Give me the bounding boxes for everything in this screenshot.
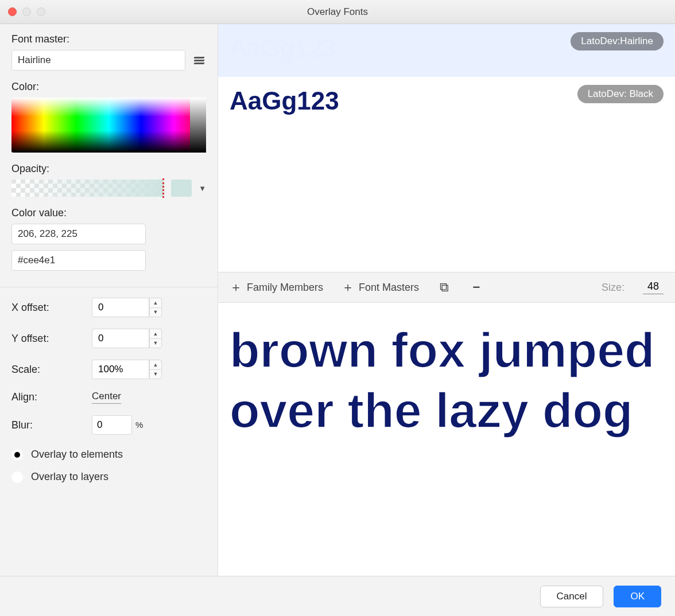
preview-list: AaGg123 LatoDev:Hairline AaGg123 LatoDev… [218, 24, 675, 272]
scale-down[interactable]: ▼ [149, 369, 162, 380]
x-offset-input[interactable] [92, 298, 149, 317]
radio-dot-icon [11, 471, 23, 483]
y-offset-down[interactable]: ▼ [149, 338, 162, 349]
rgb-input[interactable] [11, 224, 146, 244]
radio-overlay-layers[interactable]: Overlay to layers [11, 471, 206, 483]
opacity-label: Opacity: [11, 163, 206, 175]
x-offset-down[interactable]: ▼ [149, 307, 162, 318]
canvas: brown fox jumped over the lazy dog [218, 303, 675, 576]
blur-label: Blur: [11, 419, 92, 431]
plus-icon: ＋ [342, 279, 354, 296]
y-offset-stepper[interactable]: ▲▼ [92, 329, 206, 348]
y-offset-input[interactable] [92, 329, 149, 348]
y-offset-up[interactable]: ▲ [149, 329, 162, 338]
align-select[interactable]: Center [92, 391, 121, 404]
y-offset-label: Y offset: [11, 333, 92, 345]
cancel-button[interactable]: Cancel [540, 586, 604, 607]
minus-icon[interactable]: − [470, 280, 483, 295]
ok-button[interactable]: OK [614, 586, 661, 607]
radio-layers-label: Overlay to layers [31, 471, 108, 483]
font-master-label: Font master: [11, 33, 206, 45]
preview-row[interactable]: AaGg123 LatoDev:Hairline [218, 24, 675, 77]
zoom-window-button[interactable] [37, 7, 45, 16]
color-swatch[interactable] [171, 180, 192, 197]
blur-unit: % [135, 420, 143, 430]
radio-elements-label: Overlay to elements [31, 449, 123, 461]
scale-input[interactable] [92, 360, 149, 379]
sidebar: Font master: Color: Opacity: ▼ Color val… [0, 24, 218, 576]
preview-row[interactable]: AaGg123 LatoDev: Black [218, 77, 675, 272]
radio-dot-icon [11, 449, 23, 461]
font-badge: LatoDev:Hairline [571, 32, 664, 50]
x-offset-stepper[interactable]: ▲▼ [92, 298, 206, 317]
chevron-down-icon[interactable]: ▼ [199, 184, 206, 193]
size-input[interactable] [643, 280, 664, 294]
color-label: Color: [11, 81, 206, 93]
titlebar: Overlay Fonts [0, 0, 675, 24]
size-label: Size: [602, 282, 624, 294]
footer: Cancel OK [0, 576, 675, 616]
font-master-input[interactable] [11, 50, 185, 71]
scale-stepper[interactable]: ▲▼ [92, 360, 206, 379]
font-badge: LatoDev: Black [577, 85, 664, 103]
scale-label: Scale: [11, 364, 92, 376]
x-offset-label: X offset: [11, 302, 92, 314]
x-offset-up[interactable]: ▲ [149, 298, 162, 307]
canvas-text: brown fox jumped over the lazy dog [230, 320, 664, 440]
hex-input[interactable] [11, 250, 146, 271]
layers-icon[interactable] [192, 53, 206, 67]
blur-input[interactable] [92, 415, 132, 435]
add-font-masters-button[interactable]: ＋Font Masters [342, 279, 419, 296]
scale-up[interactable]: ▲ [149, 360, 162, 369]
preview-toolbar: ＋Family Members ＋Font Masters ⧉ − Size: [218, 272, 675, 303]
add-family-members-button[interactable]: ＋Family Members [230, 279, 323, 296]
color-value-label: Color value: [11, 207, 206, 219]
window-title: Overlay Fonts [307, 6, 368, 18]
radio-overlay-elements[interactable]: Overlay to elements [11, 449, 206, 461]
plus-icon: ＋ [230, 279, 242, 296]
duplicate-icon[interactable]: ⧉ [437, 280, 451, 295]
color-picker[interactable] [11, 98, 206, 153]
close-window-button[interactable] [8, 7, 17, 16]
minimize-window-button[interactable] [22, 7, 31, 16]
opacity-slider[interactable] [11, 180, 164, 197]
align-label: Align: [11, 391, 92, 403]
